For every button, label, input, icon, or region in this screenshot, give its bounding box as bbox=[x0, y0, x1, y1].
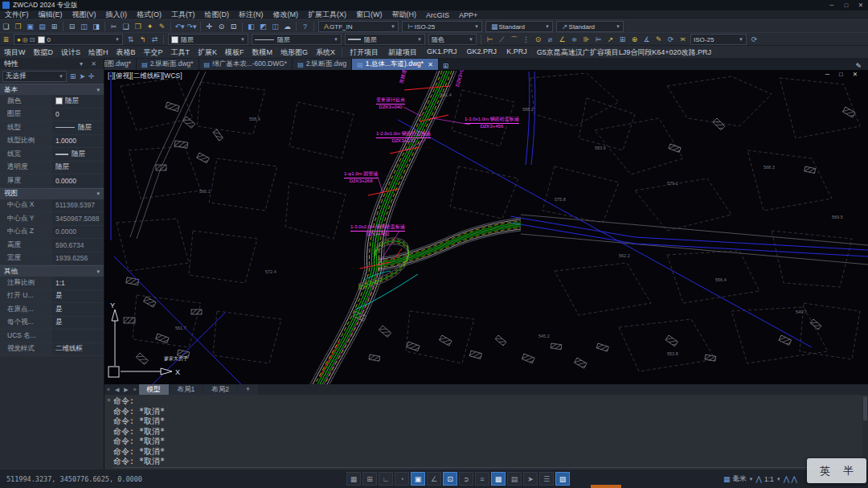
layer-on-icon[interactable]: ● bbox=[17, 36, 21, 43]
save-icon[interactable]: ▣ bbox=[24, 21, 36, 32]
project-button[interactable]: K.PRJ bbox=[502, 47, 532, 58]
project-button[interactable]: 新建项目 bbox=[383, 47, 422, 58]
scale-dropdown-icon[interactable]: ▼ bbox=[776, 477, 781, 482]
property-row[interactable]: 中心点 X511369.5397 bbox=[0, 199, 104, 213]
object-snap-toggle[interactable]: ▣ bbox=[411, 472, 425, 486]
etransmit-icon[interactable]: ⊞ bbox=[48, 21, 60, 32]
dim-update-icon[interactable]: ⟳ bbox=[665, 34, 677, 45]
document-tab[interactable]: ▤绵广基本农...-600.DWG* bbox=[199, 59, 293, 70]
property-value[interactable]: 随层 bbox=[52, 121, 104, 134]
annotation-monitor-toggle[interactable]: ☰ bbox=[539, 472, 554, 486]
property-row[interactable]: 打开 U...是 bbox=[0, 290, 104, 304]
property-value[interactable] bbox=[52, 330, 104, 342]
project-menu[interactable]: 数模M bbox=[248, 47, 277, 58]
property-row[interactable]: UCS 名... bbox=[0, 330, 104, 343]
selection-filter-combo[interactable]: 无选择▼ bbox=[2, 71, 67, 82]
new-drawing-tab-icon[interactable]: ⊞ bbox=[439, 62, 453, 70]
plot-icon[interactable]: ⊟ bbox=[66, 21, 78, 32]
section-header[interactable]: 基本▾ bbox=[0, 84, 104, 95]
units-value[interactable]: 毫米 bbox=[733, 474, 747, 484]
dim-ordinate-icon[interactable]: ⋮ bbox=[520, 34, 532, 45]
project-menu[interactable]: 数据D bbox=[30, 47, 58, 58]
grid-display-toggle[interactable]: ▦ bbox=[346, 472, 361, 486]
undo-icon[interactable]: ↶▾ bbox=[174, 21, 186, 32]
project-menu[interactable]: 工具T bbox=[167, 47, 194, 58]
property-value[interactable]: 511369.5397 bbox=[52, 199, 104, 212]
property-row[interactable]: 透明度随层 bbox=[0, 162, 104, 175]
dim-angular-icon[interactable]: ∠ bbox=[556, 34, 568, 45]
snap-mode-toggle[interactable]: ⊞ bbox=[362, 472, 377, 486]
property-row[interactable]: 视觉样式二维线框 bbox=[0, 343, 104, 357]
cut-icon[interactable]: ✂ bbox=[108, 21, 120, 32]
project-menu[interactable]: 地形图G bbox=[276, 47, 312, 58]
dim-linear-icon[interactable]: ⊢ bbox=[484, 34, 496, 45]
property-row[interactable]: 线型随层 bbox=[0, 121, 104, 135]
minimize-button[interactable]: ─ bbox=[825, 2, 839, 9]
project-menu[interactable]: 扩展K bbox=[194, 47, 221, 58]
zoom-realtime-icon[interactable]: ⊙ bbox=[215, 21, 227, 32]
layout-nav-icon[interactable]: » bbox=[131, 387, 139, 392]
document-tab[interactable]: ▤2.纵断面.dwg bbox=[293, 59, 352, 70]
copy-icon[interactable]: ❑ bbox=[120, 21, 132, 32]
ortho-mode-toggle[interactable]: ∟ bbox=[379, 472, 393, 486]
project-menu[interactable]: 绘图H bbox=[84, 47, 113, 58]
lineweight-display-toggle[interactable]: ≡ bbox=[475, 472, 489, 486]
property-row[interactable]: 在原点...是 bbox=[0, 303, 104, 317]
dim-style-manager-icon[interactable]: ≍ bbox=[677, 34, 689, 45]
project-menu[interactable]: 表格B bbox=[113, 47, 140, 58]
color-control-combo[interactable]: 随层▼ bbox=[168, 34, 248, 45]
property-value[interactable]: 0.0000 bbox=[52, 174, 104, 187]
layout-nav-icon[interactable]: ▶ bbox=[121, 387, 130, 393]
dim-baseline-icon[interactable]: ⊪ bbox=[580, 34, 592, 45]
dim-diameter-icon[interactable]: ⌀ bbox=[544, 34, 556, 45]
paste-special-icon[interactable]: ✦ bbox=[144, 21, 156, 32]
drawing-canvas[interactable]: [-][俯视][二维线框][WCS] ─ □ ✕ bbox=[104, 70, 868, 384]
property-value[interactable]: 二维线框 bbox=[52, 343, 104, 356]
viewport-controls-label[interactable]: [-][俯视][二维线框][WCS] bbox=[108, 72, 182, 81]
save-as-icon[interactable]: ▤ bbox=[36, 21, 48, 32]
pan-icon[interactable]: ✛ bbox=[203, 21, 215, 32]
toggle-pickadd-icon[interactable]: ✛ bbox=[88, 72, 95, 80]
section-header[interactable]: 视图▾ bbox=[0, 188, 104, 199]
close-button[interactable]: ✕ bbox=[854, 2, 868, 9]
paste-icon[interactable]: ❒ bbox=[132, 21, 144, 32]
property-row[interactable]: 宽度1939.6256 bbox=[0, 252, 104, 266]
annotation-visibility-icons[interactable]: ⋀ ⋀ bbox=[784, 475, 797, 483]
layer-states-manager-icon[interactable]: ⇅ bbox=[125, 34, 137, 45]
help-icon[interactable]: ? bbox=[299, 21, 311, 32]
dim-quick-icon[interactable]: ≑ bbox=[568, 34, 580, 45]
select-objects-icon[interactable]: ➤ bbox=[80, 72, 86, 80]
property-value[interactable]: 是 bbox=[52, 317, 104, 330]
dynamic-ucs-toggle[interactable]: ⊡ bbox=[443, 472, 457, 486]
text-style-combo[interactable]: A GTF_IN▼ bbox=[318, 21, 399, 32]
doc-restore-icon[interactable]: □ bbox=[839, 71, 847, 78]
lineweight-control-combo[interactable]: 随层▼ bbox=[345, 34, 425, 45]
property-row[interactable]: 中心点 Z0.0000 bbox=[0, 226, 104, 240]
sheet-set-manager-icon[interactable]: ◫ bbox=[269, 21, 281, 32]
annotation-scale-value[interactable]: 1:1 bbox=[764, 475, 774, 483]
ime-language[interactable]: 英 bbox=[820, 464, 830, 478]
property-value[interactable]: 1.0000 bbox=[52, 135, 104, 148]
dim-style-combo-2[interactable]: ISO-25▼ bbox=[690, 34, 747, 45]
dim-text-edit-icon[interactable]: ✎ bbox=[653, 34, 665, 45]
layout-tab-+[interactable]: + bbox=[238, 384, 258, 395]
project-menu[interactable]: 模板F bbox=[221, 47, 248, 58]
linetype-control-combo[interactable]: 随层▼ bbox=[252, 34, 342, 45]
command-close-icon[interactable]: ✕ bbox=[107, 396, 111, 404]
property-row[interactable]: 注释比例1:1 bbox=[0, 277, 104, 290]
property-row[interactable]: 线宽随层 bbox=[0, 148, 104, 162]
layout-nav-icon[interactable]: ◀ bbox=[113, 387, 121, 393]
property-value[interactable]: 是 bbox=[52, 290, 104, 303]
pen-icon[interactable]: ✎ bbox=[849, 62, 868, 70]
project-button[interactable]: GK2.PRJ bbox=[462, 47, 502, 58]
property-row[interactable]: 每个视...是 bbox=[0, 317, 104, 330]
property-row[interactable]: 颜色随层 bbox=[0, 95, 104, 109]
layer-previous-icon[interactable]: ⇄ bbox=[149, 34, 161, 45]
workspace-switching-toggle[interactable]: ▨ bbox=[555, 472, 570, 486]
object-snap-tracking-toggle[interactable]: ∠ bbox=[427, 472, 441, 486]
match-properties-icon[interactable]: ✎ bbox=[156, 21, 168, 32]
dynamic-input-toggle[interactable]: ➲ bbox=[459, 472, 473, 486]
layout-tab-布局2[interactable]: 布局2 bbox=[203, 384, 237, 395]
make-object-layer-current-icon[interactable]: ↰ bbox=[137, 34, 149, 45]
dim-leader-icon[interactable]: ↗ bbox=[604, 34, 616, 45]
